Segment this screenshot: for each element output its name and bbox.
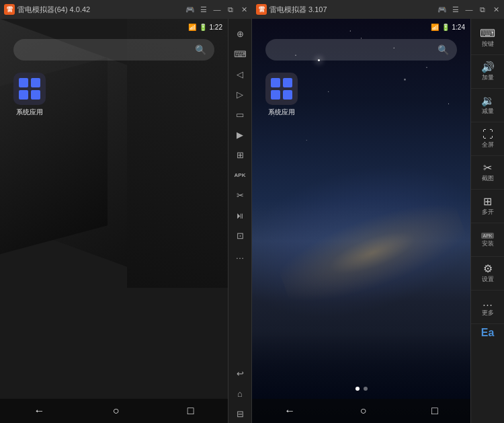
right-app-label: 系统应用 xyxy=(268,108,295,117)
minimize-icon[interactable]: — xyxy=(213,5,221,13)
left-search-input[interactable] xyxy=(22,45,195,54)
right-restore-icon[interactable]: ⧉ xyxy=(478,5,487,13)
toolbar-back-btn[interactable]: ↩ xyxy=(229,364,251,383)
ea-text: Ea xyxy=(481,327,495,339)
right-tool-keyboard[interactable]: ⌨ 按键 xyxy=(471,22,505,55)
left-nav-bar: ← ○ □ xyxy=(0,399,228,423)
middle-toolbar: ⊕ ⌨ ◁ ▷ ▭ ▶ ⊞ APK ✂ ⏯ ⊡ … ↩ ⌂ ⊟ xyxy=(228,19,252,423)
toolbar-capture-btn[interactable]: ⊞ xyxy=(229,145,251,164)
toolbar-settings-btn[interactable]: ⊕ xyxy=(229,24,251,43)
left-window-controls: 🎮 ☰ — ⧉ ✕ xyxy=(186,5,248,13)
right-app-container[interactable]: 系统应用 xyxy=(265,73,298,117)
right-minimize-icon[interactable]: — xyxy=(465,5,473,13)
right-tool-vol-down[interactable]: 🔉 减量 xyxy=(471,89,505,122)
right-window-controls: 🎮 ☰ — ⧉ ✕ xyxy=(438,5,500,13)
right-recent-btn[interactable]: □ xyxy=(431,405,438,417)
right-system-app-icon[interactable] xyxy=(265,73,298,105)
right-icon-dot-1 xyxy=(271,78,280,87)
left-app-label: 系统应用 xyxy=(16,108,43,117)
right-close-icon[interactable]: ✕ xyxy=(492,5,500,13)
right-status-icons: 📶 🔋 1:24 xyxy=(431,24,465,31)
keyboard-label: 按键 xyxy=(482,40,494,48)
settings-icon: ⚙ xyxy=(483,264,493,274)
menu-icon[interactable]: ☰ xyxy=(200,5,208,13)
right-menu-icon[interactable]: ☰ xyxy=(452,5,460,13)
toolbar-virtual-btn[interactable]: ⊡ xyxy=(229,226,251,245)
left-emulator-body: 📶 🔋 1:22 🔍 系统应用 xyxy=(0,19,252,423)
install-label: 安装 xyxy=(482,240,494,247)
vol-up-label: 加量 xyxy=(482,74,494,81)
right-tool-install[interactable]: APK 安装 xyxy=(471,223,505,257)
right-search-input[interactable] xyxy=(274,45,437,54)
gamepad-icon[interactable]: 🎮 xyxy=(186,5,194,13)
right-tool-fullscreen[interactable]: ⛶ 全屏 xyxy=(471,122,505,156)
right-emulator-body: 📶 🔋 1:24 🔍 系统应用 xyxy=(252,19,504,423)
vol-down-icon: 🔉 xyxy=(481,95,495,106)
multi-icon: ⊞ xyxy=(483,196,492,207)
right-tool-multi[interactable]: ⊞ 多开 xyxy=(471,190,505,223)
left-app-icon: 雷 xyxy=(4,4,15,15)
right-tool-more[interactable]: … 更多 xyxy=(471,291,505,324)
settings-label: 设置 xyxy=(482,276,494,283)
left-home-btn[interactable]: ○ xyxy=(113,405,120,417)
left-time: 1:22 xyxy=(210,24,222,31)
left-status-icons: 📶 🔋 1:22 xyxy=(188,24,222,31)
toolbar-vol-down-btn[interactable]: ◁ xyxy=(229,65,251,83)
right-tool-vol-up[interactable]: 🔊 加量 xyxy=(471,55,505,89)
right-gamepad-icon[interactable]: 🎮 xyxy=(438,5,446,13)
left-title-bar: 雷 雷电模拟器(64) 4.0.42 🎮 ☰ — ⧉ ✕ xyxy=(0,0,252,19)
right-search-icon: 🔍 xyxy=(437,44,449,55)
page-dot-2 xyxy=(364,387,368,391)
more-label: 更多 xyxy=(482,309,494,317)
right-search-bar[interactable]: 🔍 xyxy=(265,39,457,61)
icon-dot-4 xyxy=(31,90,40,100)
left-android-screen: 📶 🔋 1:22 🔍 系统应用 xyxy=(0,19,228,423)
right-app-icon: 雷 xyxy=(256,4,267,15)
right-back-btn[interactable]: ← xyxy=(284,405,295,417)
right-icon-dot-2 xyxy=(283,78,292,87)
right-tool-settings[interactable]: ⚙ 设置 xyxy=(471,257,505,291)
toolbar-cut-btn[interactable]: ✂ xyxy=(229,186,251,204)
toolbar-recent-btn[interactable]: ⊟ xyxy=(229,404,251,423)
left-recent-btn[interactable]: □ xyxy=(187,405,194,417)
right-title-text: 雷电模拟器 3.107 xyxy=(269,5,435,15)
multi-label: 多开 xyxy=(482,208,494,216)
right-tool-screenshot[interactable]: ✂ 截图 xyxy=(471,156,505,190)
right-icon-dot-4 xyxy=(283,90,292,100)
icon-dot-3 xyxy=(19,90,28,100)
left-emulator: 雷 雷电模拟器(64) 4.0.42 🎮 ☰ — ⧉ ✕ 📶 🔋 1 xyxy=(0,0,252,423)
right-home-btn[interactable]: ○ xyxy=(360,405,367,417)
right-title-bar: 雷 雷电模拟器 3.107 🎮 ☰ — ⧉ ✕ xyxy=(252,0,504,19)
right-wifi-icon: 📶 xyxy=(431,24,439,31)
toolbar-keyboard-btn[interactable]: ⌨ xyxy=(229,44,251,63)
left-status-bar: 📶 🔋 1:22 xyxy=(0,19,228,35)
toolbar-vol-up-btn[interactable]: ▷ xyxy=(229,85,251,104)
battery-icon: 🔋 xyxy=(199,24,207,31)
keyboard-icon: ⌨ xyxy=(480,28,495,39)
toolbar-home-btn[interactable]: ⌂ xyxy=(229,384,251,403)
left-app-container[interactable]: 系统应用 xyxy=(13,73,46,117)
right-android-screen: 📶 🔋 1:24 🔍 系统应用 xyxy=(252,19,470,423)
left-search-icon: 🔍 xyxy=(195,44,206,55)
left-system-app-icon[interactable] xyxy=(13,73,46,105)
right-time: 1:24 xyxy=(452,24,465,31)
apk-icon: APK xyxy=(481,233,493,239)
close-icon[interactable]: ✕ xyxy=(240,5,248,13)
right-nav-bar: ← ○ □ xyxy=(252,399,470,423)
toolbar-play-btn[interactable]: ▶ xyxy=(229,125,251,144)
icon-dot-2 xyxy=(31,78,40,87)
toolbar-apk-btn[interactable]: APK xyxy=(229,165,251,184)
toolbar-more-btn[interactable]: … xyxy=(229,246,251,265)
fullscreen-icon: ⛶ xyxy=(482,129,493,140)
left-back-btn[interactable]: ← xyxy=(34,405,45,417)
right-status-bar: 📶 🔋 1:24 xyxy=(252,19,470,35)
right-icon-dot-3 xyxy=(271,90,280,100)
restore-icon[interactable]: ⧉ xyxy=(226,5,235,13)
right-emulator: 雷 雷电模拟器 3.107 🎮 ☰ — ⧉ ✕ 📶 🔋 xyxy=(252,0,504,423)
page-indicator xyxy=(355,387,368,391)
toolbar-record-btn[interactable]: ⏯ xyxy=(229,206,251,225)
vol-down-label: 减量 xyxy=(482,108,494,115)
toolbar-screen-btn[interactable]: ▭ xyxy=(229,105,251,124)
left-search-bar[interactable]: 🔍 xyxy=(13,39,214,61)
left-title-text: 雷电模拟器(64) 4.0.42 xyxy=(17,5,183,15)
